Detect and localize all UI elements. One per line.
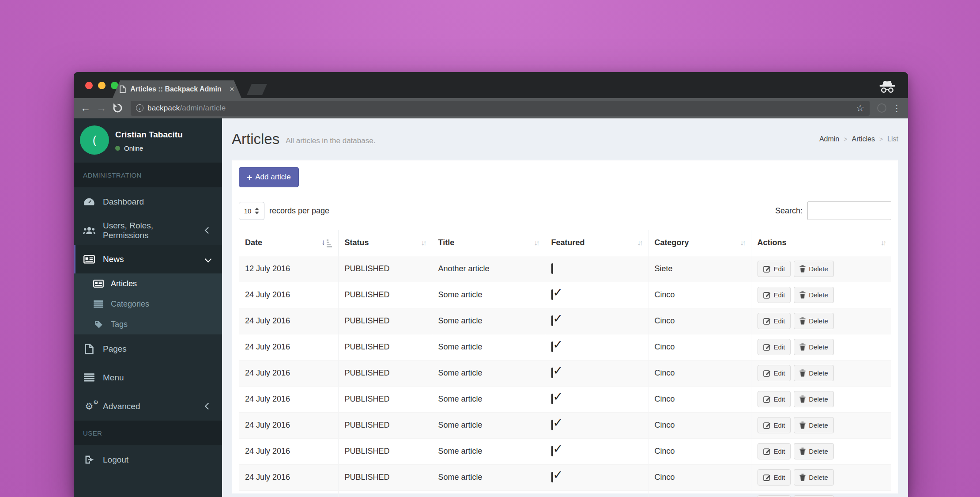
sidebar-item-categories[interactable]: Categories [74, 294, 222, 314]
featured-checkbox[interactable] [551, 368, 553, 378]
list-icon [93, 300, 104, 308]
column-label: Title [438, 238, 455, 247]
cell-status: PUBLISHED [338, 282, 432, 308]
tab-close-icon[interactable]: × [230, 84, 234, 94]
cell-date: 24 July 2016 [239, 464, 338, 490]
search-input[interactable] [807, 201, 891, 220]
url-text: backpack/admin/article [147, 104, 226, 113]
page-favicon [120, 85, 126, 93]
add-article-button[interactable]: + Add article [239, 167, 299, 187]
delete-button[interactable]: Delete [794, 313, 833, 329]
column-header-title[interactable]: Title↓↑ [432, 230, 545, 256]
edit-button[interactable]: Edit [758, 417, 791, 433]
edit-button[interactable]: Edit [758, 469, 791, 486]
edit-button[interactable]: Edit [758, 391, 791, 407]
avatar: ( [80, 125, 109, 155]
edit-button[interactable]: Edit [758, 495, 791, 497]
cell-status: PUBLISHED [338, 490, 432, 497]
records-per-page-select[interactable]: 10 [239, 202, 264, 220]
column-header-status[interactable]: Status↓↑ [338, 230, 432, 256]
featured-checkbox[interactable] [551, 315, 553, 326]
sidebar-item-pages[interactable]: Pages [74, 334, 222, 363]
table-row: 24 July 2016 PUBLISHED Some article Cinc… [239, 360, 891, 386]
delete-button[interactable]: Delete [794, 469, 833, 486]
cell-date: 24 July 2016 [239, 386, 338, 412]
site-info-icon[interactable]: i [136, 104, 143, 112]
edit-button[interactable]: Edit [758, 339, 791, 355]
cell-status: PUBLISHED [338, 438, 432, 464]
chevron-down-icon [205, 256, 212, 263]
delete-button[interactable]: Delete [794, 339, 833, 355]
edit-button[interactable]: Edit [758, 287, 791, 303]
browser-menu-icon[interactable]: ⋮ [892, 103, 901, 113]
edit-icon [763, 265, 771, 273]
minimize-window-button[interactable] [98, 82, 106, 89]
cell-featured [545, 282, 648, 308]
close-window-button[interactable] [85, 82, 93, 89]
sidebar-item-label: Dashboard [103, 197, 144, 207]
sidebar-item-tags[interactable]: Tags [74, 314, 222, 334]
user-name: Cristian Tabacitu [115, 130, 183, 140]
cell-status: PUBLISHED [338, 360, 432, 386]
edit-button[interactable]: Edit [758, 365, 791, 381]
bookmark-star-icon[interactable]: ☆ [856, 103, 864, 114]
featured-checkbox[interactable] [551, 420, 553, 430]
back-icon[interactable]: ← [80, 103, 90, 113]
cell-date: 24 July 2016 [239, 412, 338, 438]
sidebar-item-logout[interactable]: Logout [74, 445, 222, 474]
newspaper-icon [83, 255, 95, 264]
page-title: Articles [232, 131, 279, 148]
delete-button[interactable]: Delete [794, 417, 833, 433]
delete-button[interactable]: Delete [794, 287, 833, 303]
cell-category: Cinco [648, 334, 751, 360]
featured-checkbox[interactable] [551, 472, 553, 482]
featured-checkbox[interactable] [551, 263, 553, 274]
edit-button[interactable]: Edit [758, 261, 791, 277]
featured-checkbox[interactable] [551, 394, 553, 404]
content-header: Articles All articles in the database. A… [232, 118, 898, 160]
sidebar-item-users-roles-permissions[interactable]: Users, Roles, Permissions [74, 216, 222, 245]
sidebar: ( Cristian Tabacitu Online ADMINISTRATIO… [74, 118, 222, 497]
featured-checkbox[interactable] [551, 446, 553, 456]
column-header-actions[interactable]: Actions↓↑ [751, 230, 891, 256]
new-tab-button[interactable] [247, 84, 267, 95]
sidebar-item-news[interactable]: News [74, 245, 222, 273]
column-header-category[interactable]: Category↓↑ [648, 230, 751, 256]
news-submenu: Articles Categories Tags [74, 273, 222, 334]
delete-button[interactable]: Delete [794, 443, 833, 459]
reload-icon[interactable] [112, 102, 123, 114]
breadcrumb-admin[interactable]: Admin [819, 135, 839, 143]
cell-category: Cinco [648, 386, 751, 412]
sidebar-item-dashboard[interactable]: Dashboard [74, 187, 222, 216]
trash-icon [799, 395, 806, 403]
sidebar-item-articles[interactable]: Articles [74, 273, 222, 294]
browser-tab[interactable]: Articles :: Backpack Admin × [113, 80, 241, 98]
breadcrumb-articles[interactable]: Articles [852, 135, 874, 143]
featured-checkbox[interactable] [551, 341, 553, 352]
column-label: Actions [758, 238, 787, 247]
chevron-left-icon [205, 403, 212, 410]
extension-icon[interactable] [877, 103, 886, 113]
table-row: 24 July 2016 PUBLISHED Some article Cinc… [239, 308, 891, 334]
edit-button[interactable]: Edit [758, 313, 791, 329]
cell-title: Some article [432, 412, 545, 438]
edit-button[interactable]: Edit [758, 443, 791, 459]
delete-button[interactable]: Delete [794, 391, 833, 407]
column-header-date[interactable]: Date↓ [239, 230, 338, 256]
delete-button[interactable]: Delete [794, 365, 833, 381]
table-row: 24 July 2016 PUBLISHED Some article Cinc… [239, 490, 891, 497]
sidebar-item-menu[interactable]: Menu [74, 363, 222, 392]
delete-button[interactable]: Delete [794, 495, 833, 497]
sidebar-item-advanced[interactable]: ⚙ Advanced [74, 392, 222, 421]
delete-button[interactable]: Delete [794, 261, 833, 277]
edit-icon [763, 474, 771, 481]
address-bar[interactable]: i backpack/admin/article ☆ [131, 101, 870, 116]
column-header-featured[interactable]: Featured↓↑ [545, 230, 648, 256]
trash-icon [799, 474, 806, 481]
cell-title: Some article [432, 334, 545, 360]
sidebar-header-user: USER [74, 421, 222, 445]
trash-icon [799, 317, 806, 325]
cell-featured [545, 256, 648, 282]
featured-checkbox[interactable] [551, 289, 553, 300]
list-icon [83, 373, 95, 382]
